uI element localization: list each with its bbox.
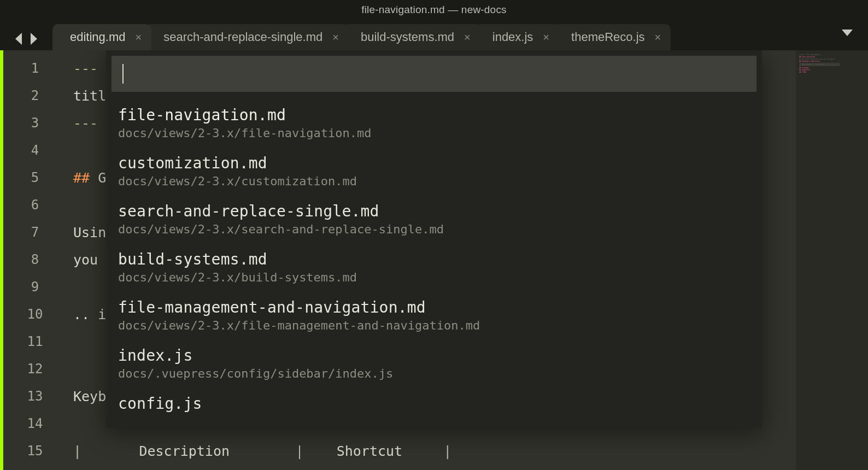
line-number: 12 (3, 355, 67, 383)
result-path: docs/views/2-3.x/build-systems.md (118, 271, 750, 284)
line-number: 6 (3, 191, 67, 219)
line-number: 7 (3, 219, 67, 246)
window-title-text: file-navigation.md — new-docs (361, 4, 507, 16)
svg-marker-0 (15, 33, 22, 45)
result-filename: build-systems.md (118, 250, 750, 268)
tab[interactable]: themeReco.js× (554, 24, 671, 50)
close-icon[interactable]: × (332, 31, 339, 44)
goto-anything-panel: file-navigation.mddocs/views/2-3.x/file-… (106, 50, 762, 428)
tab[interactable]: editing.md× (52, 24, 151, 50)
line-number: 9 (3, 273, 67, 301)
tab[interactable]: index.js× (475, 24, 559, 50)
nav-forward-icon[interactable] (27, 32, 39, 46)
result-filename: config.js (118, 395, 750, 413)
goto-anything-item[interactable]: search-and-replace-single.mddocs/views/2… (106, 196, 762, 244)
line-number: 1 (3, 55, 67, 82)
code-line[interactable]: | Description | Shortcut | (67, 437, 796, 465)
goto-anything-item[interactable]: file-management-and-navigation.mddocs/vi… (106, 292, 762, 340)
result-path: docs/views/2-3.x/search-and-replace-sing… (118, 222, 750, 236)
goto-anything-item[interactable]: index.jsdocs/.vuepress/config/sidebar/in… (106, 340, 762, 388)
goto-anything-input[interactable] (112, 56, 756, 92)
result-path: docs/views/2-3.x/customization.md (118, 174, 750, 188)
line-number-gutter: 123456789101112131415 (3, 50, 67, 470)
vertical-scrollbar[interactable] (856, 50, 868, 470)
close-icon[interactable]: × (464, 31, 471, 44)
minimap[interactable]: title: File Navigation ## Goto Anything … (796, 50, 856, 470)
close-icon[interactable]: × (136, 31, 142, 44)
tab-bar: editing.md×search-and-replace-single.md×… (0, 20, 868, 50)
nav-back-icon[interactable] (13, 32, 25, 46)
line-number: 13 (3, 383, 67, 410)
tab-label: index.js (492, 30, 533, 44)
result-path: docs/.vuepress/config/sidebar/index.js (118, 367, 750, 380)
text-cursor-icon (122, 64, 124, 84)
line-number: 2 (3, 82, 67, 109)
result-filename: file-management-and-navigation.md (118, 298, 750, 316)
result-path: docs/views/2-3.x/file-management-and-nav… (118, 319, 750, 332)
line-number: 10 (3, 301, 67, 328)
tab-label: editing.md (70, 30, 126, 44)
tab[interactable]: build-systems.md× (343, 24, 480, 50)
line-number: 15 (3, 437, 67, 465)
svg-marker-2 (842, 30, 853, 36)
tab-overflow-icon[interactable] (841, 27, 854, 40)
line-number: 11 (3, 328, 67, 355)
tab-label: search-and-replace-single.md (163, 30, 322, 44)
goto-anything-item[interactable]: config.js (106, 388, 762, 422)
result-filename: index.js (118, 346, 750, 365)
history-nav (0, 32, 52, 50)
tab[interactable]: search-and-replace-single.md× (146, 24, 349, 50)
tab-label: build-systems.md (361, 30, 454, 44)
goto-anything-item[interactable]: build-systems.mddocs/views/2-3.x/build-s… (106, 244, 762, 292)
line-number: 4 (3, 137, 67, 164)
line-number: 14 (3, 410, 67, 437)
close-icon[interactable]: × (543, 31, 549, 44)
result-filename: file-navigation.md (118, 106, 750, 124)
result-path: docs/views/2-3.x/file-navigation.md (118, 126, 750, 140)
editor-area[interactable]: file-navigation.mddocs/views/2-3.x/file-… (67, 50, 796, 470)
window-title: file-navigation.md — new-docs (0, 0, 868, 20)
goto-anything-item[interactable]: customization.mddocs/views/2-3.x/customi… (106, 148, 762, 196)
close-icon[interactable]: × (655, 31, 661, 44)
goto-anything-results: file-navigation.mddocs/views/2-3.x/file-… (106, 96, 762, 428)
tab-label: themeReco.js (571, 30, 645, 44)
goto-anything-item[interactable]: file-navigation.mddocs/views/2-3.x/file-… (106, 99, 762, 148)
line-number: 8 (3, 246, 67, 273)
line-number: 5 (3, 164, 67, 191)
svg-marker-1 (31, 33, 37, 45)
result-filename: customization.md (118, 154, 750, 172)
line-number: 3 (3, 109, 67, 137)
result-filename: search-and-replace-single.md (118, 202, 750, 220)
